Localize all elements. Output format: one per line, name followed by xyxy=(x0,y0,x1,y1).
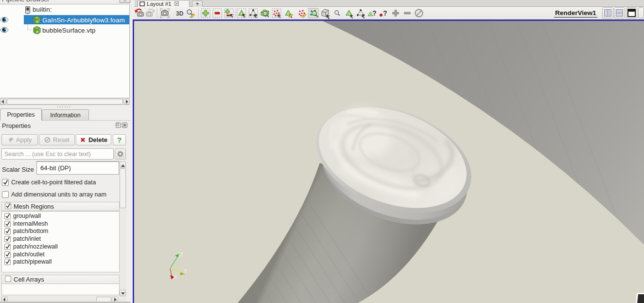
svg-text:X: X xyxy=(174,274,177,280)
svg-text:Y: Y xyxy=(184,268,188,274)
svg-text:?: ? xyxy=(383,9,387,17)
svg-text:Z: Z xyxy=(180,251,183,257)
svg-text:3D: 3D xyxy=(176,10,184,17)
svg-text:?: ? xyxy=(372,9,377,17)
